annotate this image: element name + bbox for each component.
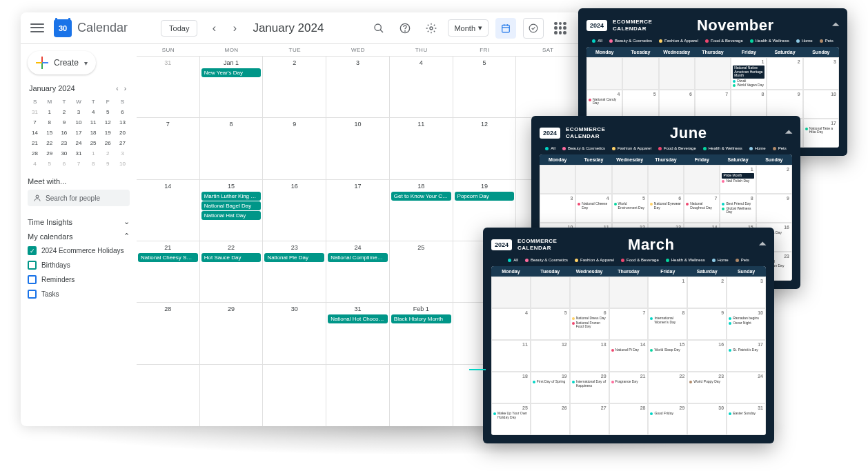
mini-day[interactable]: 18 — [86, 128, 101, 138]
mini-day[interactable]: 21 — [28, 138, 42, 148]
day-cell[interactable]: 16 — [263, 180, 326, 241]
mini-day[interactable]: 22 — [42, 138, 57, 148]
mini-calendar[interactable]: January 2024 ‹› SMTWTFS31123456789101112… — [28, 83, 130, 169]
create-button[interactable]: Create ▾ — [28, 51, 96, 74]
day-cell[interactable] — [137, 365, 200, 426]
mini-day[interactable]: 12 — [101, 117, 115, 128]
day-cell[interactable]: 31National Hot Chocolate Day — [326, 303, 390, 363]
day-cell[interactable]: Jan 1New Year's Day — [200, 57, 264, 117]
calendar-event[interactable]: National Pie Day — [264, 253, 324, 262]
mini-day[interactable]: 11 — [86, 117, 101, 128]
day-cell[interactable]: 21National Cheesy Socks Day — [137, 241, 200, 302]
day-cell[interactable]: 24National Compliment Day — [326, 241, 390, 302]
calendar-checkbox-item[interactable]: Tasks — [28, 287, 130, 301]
next-month-button[interactable]: › — [226, 20, 243, 37]
calendar-event[interactable]: National Hot Chocolate Day — [328, 314, 388, 323]
day-cell[interactable] — [263, 365, 326, 426]
mini-day[interactable]: 8 — [86, 159, 101, 169]
my-calendars-section[interactable]: My calendars⌃ — [28, 229, 130, 243]
mini-day[interactable]: 27 — [115, 138, 130, 148]
day-cell[interactable]: 7 — [137, 118, 200, 179]
mini-prev-button[interactable]: ‹ — [114, 85, 120, 92]
day-cell[interactable]: 9 — [263, 118, 326, 179]
mini-day[interactable]: 3 — [71, 107, 86, 117]
calendar-event[interactable]: Black History Month — [391, 314, 451, 323]
help-icon[interactable] — [395, 19, 415, 38]
mini-day[interactable]: 23 — [57, 138, 71, 148]
mini-day[interactable]: 28 — [28, 148, 42, 159]
mini-day[interactable]: 14 — [28, 128, 42, 138]
today-button[interactable]: Today — [161, 20, 197, 37]
calendar-event[interactable]: National Cheesy Socks Day — [138, 253, 198, 262]
day-cell[interactable]: 18Get to Know Your Customer Day — [390, 180, 453, 241]
mini-day[interactable]: 6 — [57, 159, 71, 169]
apps-icon[interactable] — [551, 19, 570, 38]
menu-icon[interactable] — [30, 21, 44, 35]
day-cell[interactable]: 8 — [200, 118, 264, 179]
mini-day[interactable]: 9 — [101, 159, 115, 169]
day-cell[interactable]: 2 — [263, 57, 326, 117]
day-cell[interactable] — [516, 57, 580, 117]
day-cell[interactable]: 29 — [200, 303, 264, 363]
mini-day[interactable]: 16 — [57, 128, 71, 138]
mini-day[interactable]: 9 — [57, 117, 71, 128]
day-cell[interactable]: 15Martin Luther King Jr. DayNational Bag… — [200, 180, 264, 241]
mini-day[interactable]: 10 — [115, 159, 130, 169]
calendar-event[interactable]: Popcorn Day — [455, 192, 515, 201]
mini-day[interactable]: 19 — [101, 128, 115, 138]
calendar-event[interactable]: National Bagel Day — [201, 201, 262, 210]
calendar-event[interactable]: Martin Luther King Jr. Day — [201, 192, 262, 201]
day-cell[interactable]: 5 — [453, 57, 517, 117]
mini-next-button[interactable]: › — [122, 85, 128, 92]
mini-day[interactable]: 13 — [115, 117, 130, 128]
mini-day[interactable]: 2 — [101, 148, 115, 159]
settings-icon[interactable] — [422, 19, 441, 38]
day-cell[interactable]: 23National Pie Day — [263, 241, 326, 302]
day-cell[interactable]: 25 — [390, 241, 453, 302]
prev-month-button[interactable]: ‹ — [206, 20, 222, 37]
calendar-event[interactable]: New Year's Day — [201, 68, 262, 77]
calendar-checkbox-item[interactable]: 2024 Ecommerce Holidays — [28, 243, 130, 258]
mini-day[interactable]: 6 — [115, 107, 130, 117]
day-cell[interactable]: 14 — [137, 180, 200, 241]
day-cell[interactable]: 17 — [326, 180, 390, 241]
day-cell[interactable]: 10 — [326, 118, 390, 179]
day-cell[interactable] — [200, 365, 264, 426]
checkbox[interactable] — [28, 261, 37, 270]
mini-day[interactable]: 10 — [71, 117, 86, 128]
mini-day[interactable]: 17 — [71, 128, 86, 138]
calendar-checkbox-item[interactable]: Reminders — [28, 272, 130, 287]
day-cell[interactable]: Feb 1Black History Month — [390, 303, 453, 363]
mini-day[interactable]: 4 — [28, 159, 42, 169]
mini-day[interactable]: 31 — [28, 107, 42, 117]
calendar-event[interactable]: Get to Know Your Customer Day — [391, 192, 451, 201]
checkbox[interactable] — [28, 275, 37, 284]
mini-day[interactable]: 25 — [86, 138, 101, 148]
day-cell[interactable] — [326, 365, 390, 426]
view-selector[interactable]: Month▾ — [448, 19, 489, 37]
day-cell[interactable]: 4 — [390, 57, 453, 117]
calendar-view-button[interactable] — [495, 18, 516, 39]
calendar-event[interactable]: Hot Sauce Day — [201, 253, 262, 262]
search-icon[interactable] — [369, 19, 388, 38]
calendar-event[interactable]: National Compliment Day — [328, 253, 388, 262]
mini-day[interactable]: 4 — [86, 107, 101, 117]
day-cell[interactable]: 30 — [263, 303, 326, 363]
checkbox[interactable] — [28, 246, 37, 255]
tasks-view-button[interactable] — [523, 18, 544, 39]
search-people-input[interactable]: Search for people — [28, 190, 130, 206]
mini-day[interactable]: 2 — [57, 107, 71, 117]
mini-day[interactable]: 24 — [71, 138, 86, 148]
mini-day[interactable]: 1 — [86, 148, 101, 159]
mini-day[interactable]: 1 — [42, 107, 57, 117]
mini-day[interactable]: 8 — [42, 117, 57, 128]
mini-day[interactable]: 26 — [101, 138, 115, 148]
mini-day[interactable]: 31 — [71, 148, 86, 159]
day-cell[interactable]: 28 — [137, 303, 200, 363]
mini-day[interactable]: 15 — [42, 128, 57, 138]
day-cell[interactable]: 22Hot Sauce Day — [200, 241, 264, 302]
mini-day[interactable]: 29 — [42, 148, 57, 159]
mini-day[interactable]: 7 — [71, 159, 86, 169]
mini-day[interactable]: 7 — [28, 117, 42, 128]
day-cell[interactable]: 3 — [326, 57, 390, 117]
